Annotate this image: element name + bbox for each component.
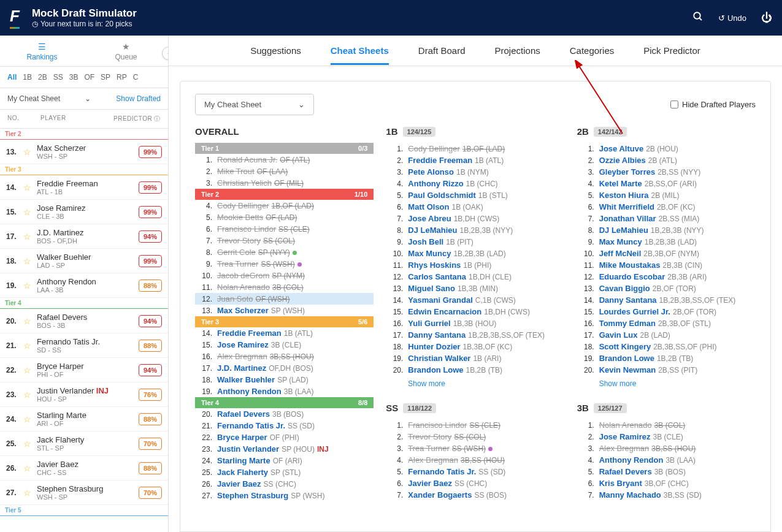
list-item[interactable]: 10. Max Muncy 1B,2B,3B (LAD): [386, 248, 564, 259]
list-item[interactable]: 10. Jacob deGrom SP (NYM): [195, 270, 374, 281]
player-link[interactable]: Rafael Devers: [217, 409, 270, 419]
list-item[interactable]: 15. Jose Ramirez 3B (CLE): [195, 339, 374, 351]
player-link[interactable]: Jose Ramirez: [599, 432, 651, 441]
star-icon[interactable]: ☆: [23, 390, 34, 400]
player-link[interactable]: Anthony Rendon: [599, 455, 664, 465]
show-more-link[interactable]: Show more: [386, 376, 564, 392]
list-item[interactable]: 14. Danny Santana 1B,2B,3B,SS,OF (TEX): [577, 294, 756, 306]
star-icon[interactable]: ☆: [23, 439, 34, 449]
list-item[interactable]: 5. Rafael Devers 3B (BOS): [577, 466, 756, 477]
tab-queue[interactable]: ★ Queue: [84, 36, 168, 66]
list-item[interactable]: 3. Alex Bregman 3B,SS (HOU): [577, 443, 756, 454]
list-item[interactable]: 3. Christian Yelich OF (MIL): [195, 177, 374, 189]
list-item[interactable]: 16. Tommy Edman 2B,3B,OF (STL): [577, 317, 756, 329]
player-link[interactable]: Miguel Sano: [408, 284, 455, 293]
star-icon[interactable]: ☆: [23, 281, 34, 291]
pos-filter-ss[interactable]: SS: [53, 73, 63, 82]
list-item[interactable]: 5. Paul Goldschmidt 1B (STL): [386, 189, 564, 201]
tab-suggestions[interactable]: Suggestions: [250, 37, 301, 64]
player-row[interactable]: 17. ☆ J.D. Martinez BOS - OF,DH 94%: [0, 224, 168, 249]
player-link[interactable]: Francisco Lindor: [217, 224, 276, 234]
player-link[interactable]: Scott Kingery: [599, 342, 651, 351]
player-link[interactable]: Max Muncy: [599, 237, 642, 246]
list-item[interactable]: 14. Yasmani Grandal C,1B (CWS): [386, 294, 564, 306]
player-link[interactable]: Justin Verlander: [217, 444, 279, 454]
player-link[interactable]: Jose Ramirez: [217, 340, 269, 349]
star-icon[interactable]: ☆: [23, 232, 34, 241]
list-item[interactable]: 4. Anthony Rizzo 1B (CHC): [386, 178, 564, 189]
list-item[interactable]: 18. Scott Kingery 2B,3B,SS,OF (PHI): [577, 341, 756, 352]
list-item[interactable]: 6. Javier Baez SS (CHC): [386, 477, 564, 489]
player-link[interactable]: Javier Baez: [217, 479, 261, 488]
player-link[interactable]: Gleyber Torres: [599, 167, 656, 177]
list-item[interactable]: 13. Miguel Sano 1B,3B (MIN): [386, 283, 564, 294]
list-item[interactable]: 17. J.D. Martinez OF,DH (BOS): [195, 362, 374, 374]
player-row[interactable]: 13. ☆ Max Scherzer WSH - SP 99%: [0, 140, 168, 164]
tab-rankings[interactable]: ☰ Rankings: [0, 36, 84, 66]
list-item[interactable]: 1. Nolan Arenado 3B (COL): [577, 419, 756, 431]
list-item[interactable]: 9. Trea Turner SS (WSH): [195, 258, 374, 270]
player-row[interactable]: 21. ☆ Fernando Tatis Jr. SD - SS 88%: [0, 333, 168, 358]
player-link[interactable]: Jack Flaherty: [217, 468, 268, 477]
player-link[interactable]: Anthony Rendon: [217, 387, 282, 396]
main-cheat-sheet-select[interactable]: My Cheat Sheet ⌄: [195, 94, 314, 115]
player-row[interactable]: 27. ☆ Stephen Strasburg WSH - SP 70%: [0, 481, 168, 505]
player-link[interactable]: Christian Walker: [408, 354, 470, 363]
list-item[interactable]: 19. Christian Walker 1B (ARI): [386, 352, 564, 364]
player-link[interactable]: Danny Santana: [408, 330, 466, 340]
pos-filter-all[interactable]: All: [7, 73, 17, 82]
list-item[interactable]: 2. Mike Trout OF (LAA): [195, 165, 374, 177]
list-item[interactable]: 12. Carlos Santana 1B,DH (CLE): [386, 271, 564, 283]
star-icon[interactable]: ☆: [23, 341, 34, 351]
list-item[interactable]: 2. Trevor Story SS (COL): [386, 431, 564, 443]
list-item[interactable]: 6. Francisco Lindor SS (CLE): [195, 223, 374, 235]
list-item[interactable]: 20. Brandon Lowe 1B,2B (TB): [386, 364, 564, 376]
player-link[interactable]: Josh Bell: [408, 237, 443, 246]
player-list[interactable]: Tier 213. ☆ Max Scherzer WSH - SP 99%Tie…: [0, 129, 168, 532]
player-link[interactable]: Ronald Acuna Jr.: [217, 155, 277, 164]
player-link[interactable]: Mike Trout: [217, 167, 255, 176]
player-link[interactable]: Kris Bryant: [599, 479, 642, 488]
player-link[interactable]: Stephen Strasburg: [217, 491, 288, 500]
player-link[interactable]: Carlos Santana: [408, 272, 466, 281]
player-link[interactable]: Tommy Edman: [599, 319, 656, 328]
list-item[interactable]: 8. Gerrit Cole SP (NYY): [195, 246, 374, 258]
list-item[interactable]: 7. Xander Bogaerts SS (BOS): [386, 489, 564, 501]
list-item[interactable]: 7. Jonathan Villar 2B,SS (MIA): [577, 213, 756, 224]
star-icon[interactable]: ☆: [23, 183, 34, 192]
player-link[interactable]: Jacob deGrom: [217, 271, 269, 280]
player-link[interactable]: Freddie Freeman: [408, 156, 472, 165]
player-row[interactable]: 14. ☆ Freddie Freeman ATL - 1B 99%: [0, 175, 168, 200]
power-icon[interactable]: ⏻: [761, 12, 772, 25]
list-item[interactable]: 17. Danny Santana 1B,2B,3B,SS,OF (TEX): [386, 329, 564, 341]
show-more-link[interactable]: Show more: [577, 376, 756, 392]
player-link[interactable]: Freddie Freeman: [217, 329, 282, 338]
list-item[interactable]: 18. Walker Buehler SP (LAD): [195, 374, 374, 386]
player-link[interactable]: Jose Altuve: [599, 144, 644, 153]
undo-button[interactable]: ↺ Undo: [718, 13, 746, 23]
player-link[interactable]: Xander Bogaerts: [408, 490, 472, 500]
player-link[interactable]: Trea Turner: [408, 444, 449, 453]
player-link[interactable]: Whit Merrifield: [599, 202, 654, 211]
list-item[interactable]: 11. Mike Moustakas 2B,3B (CIN): [577, 259, 756, 271]
list-item[interactable]: 19. Brandon Lowe 1B,2B (TB): [577, 352, 756, 364]
player-link[interactable]: Gavin Lux: [599, 330, 638, 340]
player-link[interactable]: Lourdes Gurriel Jr.: [599, 307, 670, 316]
list-item[interactable]: 20. Kevin Newman 2B,SS (PIT): [577, 364, 756, 376]
list-item[interactable]: 4. Ketel Marte 2B,SS,OF (ARI): [577, 178, 756, 189]
list-item[interactable]: 1. Francisco Lindor SS (CLE): [386, 419, 564, 431]
player-link[interactable]: Ozzie Albies: [599, 156, 646, 165]
player-link[interactable]: Walker Buehler: [217, 375, 275, 384]
player-link[interactable]: Jose Abreu: [408, 214, 451, 223]
pos-filter-1b[interactable]: 1B: [23, 73, 32, 82]
list-item[interactable]: 13. Max Scherzer SP (WSH): [195, 305, 374, 316]
list-item[interactable]: 13. Cavan Biggio 2B,OF (TOR): [577, 283, 756, 294]
list-item[interactable]: 7. Trevor Story SS (COL): [195, 235, 374, 246]
player-link[interactable]: Max Scherzer: [217, 306, 269, 315]
player-link[interactable]: Paul Goldschmidt: [408, 191, 476, 200]
list-item[interactable]: 2. Ozzie Albies 2B (ATL): [577, 154, 756, 166]
list-item[interactable]: 8. DJ LeMahieu 1B,2B,3B (NYY): [577, 224, 756, 236]
tab-categories[interactable]: Categories: [570, 37, 615, 64]
player-row[interactable]: 18. ☆ Walker Buehler LAD - SP 99%: [0, 249, 168, 273]
player-link[interactable]: Rafael Devers: [599, 467, 652, 476]
